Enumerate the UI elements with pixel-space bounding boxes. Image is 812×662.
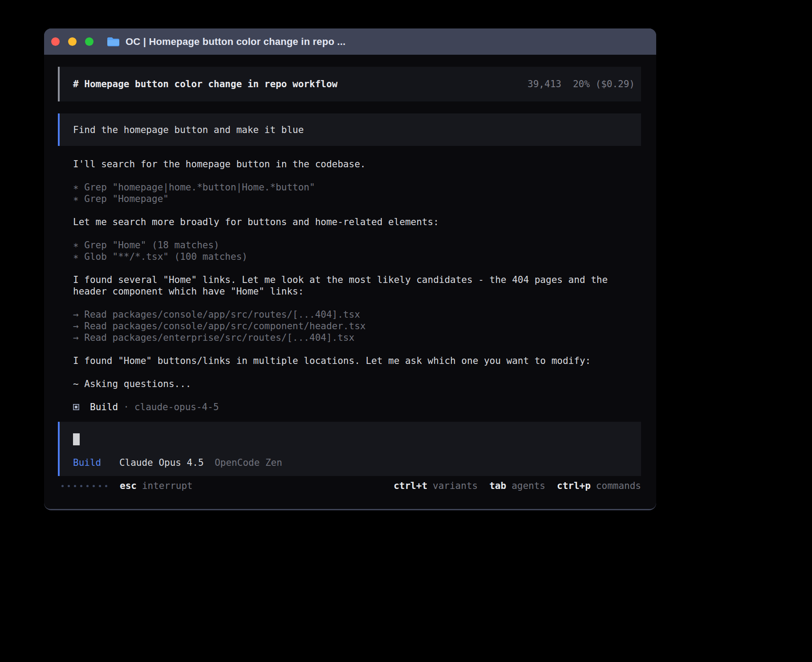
window-title: OC | Homepage button color change in rep… [126,36,345,48]
spinner-dots [61,485,107,487]
tool-call-grep: ∗ Grep "Homepage" [73,193,641,205]
hint-commands: ctrl+p commands [557,480,641,491]
message-input[interactable]: Build Claude Opus 4.5 OpenCode Zen [58,422,641,476]
assistant-message: I found several "Home" links. Let me loo… [73,274,641,297]
transcript: I'll search for the homepage button in t… [58,158,641,413]
context-usage: 20% ($0.29) [573,79,635,89]
assistant-status-message: ~ Asking questions... [73,378,641,390]
hint-agents: tab agents [489,480,545,491]
session-stats: 39,413 20% ($0.29) [528,79,635,89]
tool-call-read: → Read packages/enterprise/src/routes/[.… [73,332,641,343]
session-header: # Homepage button color change in repo w… [58,67,641,101]
assistant-message: I'll search for the homepage button in t… [73,158,641,170]
assistant-message: Let me search more broadly for buttons a… [73,216,641,228]
interrupt-label: interrupt [142,480,193,491]
input-provider-name: OpenCode Zen [215,457,282,468]
text-cursor [73,433,80,445]
user-message: Find the homepage button and make it blu… [58,113,641,146]
zoom-button[interactable] [85,37,93,46]
close-button[interactable] [51,37,60,46]
esc-key-hint: esc [120,480,137,491]
hint-variants: ctrl+t variants [394,480,478,491]
terminal-content: # Homepage button color change in repo w… [44,55,656,509]
desktop: { "titlebar": { "title": "OC | Homepage … [0,0,812,662]
titlebar[interactable]: OC | Homepage button color change in rep… [44,28,656,55]
tool-call-read: → Read packages/console/app/src/componen… [73,320,641,332]
traffic-lights [44,37,93,46]
tool-call-grep: ∗ Grep "homepage|home.*button|Home.*butt… [73,182,641,193]
folder-icon [107,36,120,47]
status-bar: esc interrupt ctrl+t variants tab agents… [58,480,641,492]
tool-call-glob: ∗ Glob "**/*.tsx" (100 matches) [73,251,641,262]
user-message-text: Find the homepage button and make it blu… [73,125,304,135]
session-title: # Homepage button color change in repo w… [73,79,337,89]
tool-call-grep: ∗ Grep "Home" (18 matches) [73,239,641,251]
token-count: 39,413 [528,79,561,89]
status-left: esc interrupt [61,480,193,491]
minimize-button[interactable] [68,37,77,46]
terminal-window: OC | Homepage button color change in rep… [44,28,656,510]
agent-status: Build · claude-opus-4-5 [73,401,641,413]
tool-call-read: → Read packages/console/app/src/routes/[… [73,309,641,320]
agent-icon [73,404,79,410]
title-group: OC | Homepage button color change in rep… [107,28,345,55]
input-agent-badge[interactable]: Build [73,457,101,468]
status-right: ctrl+t variants tab agents ctrl+p comman… [382,480,641,491]
agent-separator: · [123,402,129,412]
agent-name: Build [90,402,118,412]
agent-model: claude-opus-4-5 [134,402,219,412]
assistant-message: I found "Home" buttons/links in multiple… [73,355,641,367]
input-model-name: Claude Opus 4.5 [119,457,204,468]
input-meta: Build Claude Opus 4.5 OpenCode Zen [73,457,635,468]
